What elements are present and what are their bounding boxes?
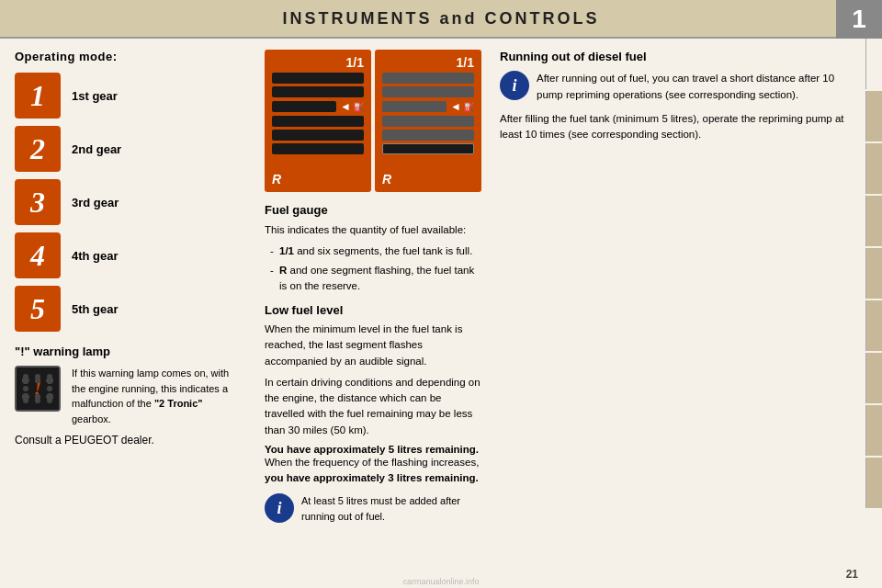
svg-point-7 xyxy=(35,398,40,403)
running-info-box: i After running out of fuel, you can tra… xyxy=(500,71,860,104)
page-title: INSTRUMENTS and CONTROLS xyxy=(283,9,600,28)
warning-lamp-icon: ! xyxy=(15,366,61,412)
gear-2-label: 2nd gear xyxy=(72,142,121,156)
gear-3-label: 3rd gear xyxy=(72,196,119,209)
chapter-number: 1 xyxy=(836,0,882,39)
page-number: 21 xyxy=(846,568,858,581)
warning-item: ! If this warning lamp comes on, with th… xyxy=(15,366,244,426)
tab-9 xyxy=(865,458,882,508)
svg-point-5 xyxy=(47,386,52,391)
seg-bar-5 xyxy=(272,130,364,141)
svg-point-8 xyxy=(47,398,52,403)
fuel-gauge-bullets: 1/1 and six segments, the fuel tank is f… xyxy=(270,243,481,294)
gear-2-icon: 2 xyxy=(15,126,61,172)
watermark: carmanualonline.info xyxy=(402,577,479,586)
fuel-gauge-full: 1/1 ◄ ⛽ xyxy=(265,50,371,192)
right-column: Running out of diesel fuel i After runni… xyxy=(492,50,860,577)
seg-bar-r3 xyxy=(382,101,447,112)
page-header: INSTRUMENTS and CONTROLS 1 xyxy=(0,0,882,39)
gear-pattern-svg: ! xyxy=(17,368,59,410)
fuel-gauge-images: 1/1 ◄ ⛽ xyxy=(265,50,481,192)
gear-item-4: 4 4th gear xyxy=(15,232,244,278)
running-main-text: After filling the fuel tank (minimum 5 l… xyxy=(500,111,860,144)
tab-7 xyxy=(865,353,882,403)
svg-point-6 xyxy=(23,398,28,403)
seg-bar-4 xyxy=(272,116,364,127)
seg-bar-r6 xyxy=(382,143,474,154)
tab-5 xyxy=(865,248,882,299)
fuel-gauge-reserve: 1/1 ◄ ⛽ xyxy=(375,50,481,192)
tab-4 xyxy=(865,196,882,246)
low-fuel-desc-2: In certain driving conditions and depend… xyxy=(265,375,481,438)
gear-4-icon: 4 xyxy=(15,232,61,278)
warning-lamp-text: If this warning lamp comes on, with the … xyxy=(72,366,244,426)
seg-bar-3 xyxy=(272,101,336,112)
gear-item-2: 2 2nd gear xyxy=(15,126,244,172)
gear-5-label: 5th gear xyxy=(72,302,119,316)
tab-1 xyxy=(865,39,882,89)
seg-bar-6 xyxy=(272,143,364,154)
middle-column: 1/1 ◄ ⛽ xyxy=(254,50,492,577)
emphasis-5litres: You have approximately 5 litres remainin… xyxy=(265,444,481,455)
left-column: Operating mode: 1 1st gear 2 2nd gear 3 … xyxy=(15,50,254,577)
tab-6 xyxy=(865,300,882,351)
seg-bar-1 xyxy=(272,73,364,84)
consult-text: Consult a PEUGEOT dealer. xyxy=(15,434,244,447)
gear-item-5: 5 5th gear xyxy=(15,286,244,332)
gear-1-label: 1st gear xyxy=(72,89,118,103)
emphasis-3litres: you have approximately 3 litres remainin… xyxy=(265,472,479,483)
seg-bar-2 xyxy=(272,86,364,97)
running-title: Running out of diesel fuel xyxy=(500,50,860,63)
low-fuel-title: Low fuel level xyxy=(265,303,481,317)
tab-2 xyxy=(865,91,882,141)
bullet-reserve: R and one segment flashing, the fuel tan… xyxy=(270,263,481,295)
info-text-bottom: At least 5 litres must be added after ru… xyxy=(301,493,481,524)
tronic-highlight: "2 Tronic" xyxy=(154,398,203,409)
svg-point-4 xyxy=(23,386,28,391)
seg-bar-r4 xyxy=(382,116,474,127)
chapter-tabs xyxy=(865,39,882,508)
fuel-gauge-title: Fuel gauge xyxy=(265,203,481,217)
gear-item-3: 3 3rd gear xyxy=(15,179,244,225)
gear-4-label: 4th gear xyxy=(72,249,119,263)
tab-8 xyxy=(865,405,882,456)
gear-item-1: 1 1st gear xyxy=(15,73,244,119)
gear-3-icon: 3 xyxy=(15,179,61,225)
operating-mode-title: Operating mode: xyxy=(15,50,244,63)
info-icon-bottom: i xyxy=(265,493,294,523)
seg-bar-r2 xyxy=(382,86,474,97)
low-fuel-desc-1: When the minimum level in the fuel tank … xyxy=(265,322,481,369)
main-content: Operating mode: 1 1st gear 2 2nd gear 3 … xyxy=(0,39,882,588)
tab-3 xyxy=(865,143,882,194)
info-icon-running: i xyxy=(500,71,529,100)
fuel-gauge-desc: This indicates the quantity of fuel avai… xyxy=(265,222,481,238)
running-info-text: After running out of fuel, you can trave… xyxy=(537,71,860,104)
low-fuel-desc-3: When the frequency of the flashing incre… xyxy=(265,455,481,487)
info-box-bottom: i At least 5 litres must be added after … xyxy=(265,493,481,524)
svg-point-3 xyxy=(47,374,52,379)
warning-lamp-title: "!" warning lamp xyxy=(15,345,244,358)
seg-bar-r1 xyxy=(382,73,474,84)
svg-point-2 xyxy=(35,374,40,379)
warning-section: "!" warning lamp xyxy=(15,345,244,447)
seg-bar-r5 xyxy=(382,130,474,141)
svg-rect-0 xyxy=(17,368,59,410)
svg-point-1 xyxy=(23,374,28,379)
bullet-full: 1/1 and six segments, the fuel tank is f… xyxy=(270,243,481,259)
gear-1-icon: 1 xyxy=(15,73,61,119)
gear-5-icon: 5 xyxy=(15,286,61,332)
svg-text:!: ! xyxy=(34,377,42,400)
